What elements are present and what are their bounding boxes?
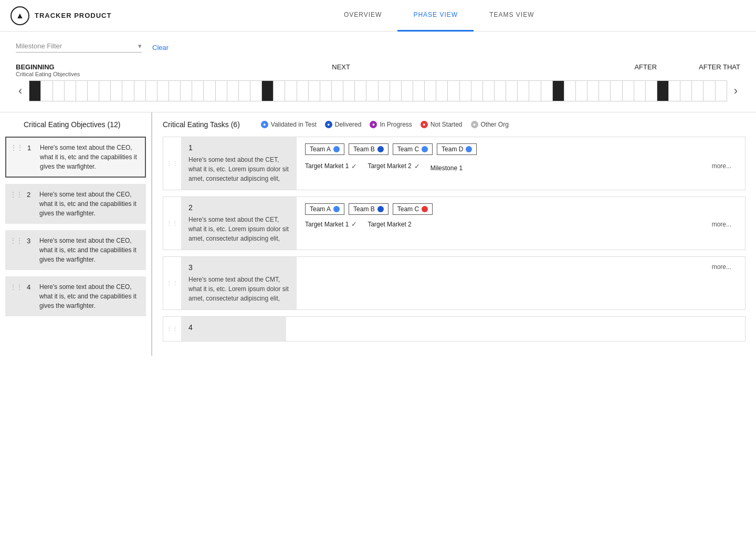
obj-text: Here's some text about the CEO, what it …	[39, 190, 141, 218]
checkmark-icon: ✓	[414, 162, 420, 170]
left-panel: Critical Eating Objectives (12) ⋮⋮ 1 Her…	[0, 112, 152, 356]
clear-filter-button[interactable]: Clear	[152, 44, 169, 51]
legend-dot: ●	[261, 121, 268, 128]
list-item[interactable]: ⋮⋮ 4 Here's some text about the CEO, wha…	[5, 276, 146, 316]
nav-phase-view[interactable]: PHASE VIEW	[397, 0, 474, 32]
timeline-cell	[402, 81, 413, 101]
timeline-cell	[599, 81, 611, 101]
timeline-cell	[262, 81, 274, 101]
table-row: ⋮⋮ 3 Here's some text about the CMT, wha…	[163, 256, 746, 310]
timeline-cell	[65, 81, 76, 101]
obj-number: 2	[27, 190, 34, 199]
timeline-cell	[460, 81, 471, 101]
task-markets-row: more...	[305, 263, 737, 271]
market-item: Target Market 2 ✓	[368, 162, 419, 170]
timeline-cell	[413, 81, 425, 101]
timeline-arrow-left[interactable]: ‹	[16, 84, 25, 98]
team-badge[interactable]: Team A	[305, 203, 344, 215]
task-right: Team A Team B Team C Team D Target Marke…	[297, 137, 745, 190]
timeline-cell	[390, 81, 402, 101]
nav-overview[interactable]: OVERVIEW	[328, 0, 397, 32]
market-label: Target Market 2	[368, 221, 411, 228]
list-item[interactable]: ⋮⋮ 3 Here's some text about the CEO, wha…	[5, 230, 146, 270]
phase-after-that-label: AFTER THAT	[699, 63, 740, 71]
right-panel: Critical Eating Tasks (6) ●Validated in …	[152, 112, 756, 356]
timeline-cell	[122, 81, 134, 101]
timeline-cell	[41, 81, 52, 101]
objectives-list: ⋮⋮ 1 Here's some text about the CEO, wha…	[5, 137, 146, 316]
timeline-cell	[216, 81, 227, 101]
more-link[interactable]: more...	[712, 263, 737, 271]
table-row: ⋮⋮ 4	[163, 316, 746, 342]
timeline-cell	[181, 81, 192, 101]
team-badge[interactable]: Team C	[393, 143, 433, 155]
chevron-down-icon: ▾	[138, 42, 142, 50]
task-number: 2	[188, 203, 289, 212]
task-right-inner: Team A Team B Team C Team D Target Marke…	[305, 143, 737, 172]
timeline-cell	[343, 81, 355, 101]
legend-dot: ●	[471, 121, 478, 128]
timeline-cell	[680, 81, 692, 101]
timeline-cell	[250, 81, 262, 101]
timeline-cell	[53, 81, 65, 101]
timeline-cell	[518, 81, 529, 101]
timeline-cell	[192, 81, 204, 101]
timeline-cell	[76, 81, 88, 101]
list-item[interactable]: ⋮⋮ 1 Here's some text about the CEO, wha…	[5, 137, 146, 178]
timeline-cell	[99, 81, 111, 101]
timeline-cell	[332, 81, 343, 101]
drag-handle-icon: ⋮⋮	[10, 236, 23, 244]
legend-item-not-started: ●Not Started	[421, 121, 463, 128]
drag-icon: ⋮⋮	[166, 280, 178, 287]
drag-icon: ⋮⋮	[166, 160, 178, 167]
market-label: Target Market 1	[305, 162, 349, 170]
timeline-cell	[495, 81, 506, 101]
timeline-cell	[657, 81, 669, 101]
market-label: Target Market 1	[305, 221, 349, 228]
timeline-cell	[692, 81, 704, 101]
timeline-cell	[309, 81, 320, 101]
timeline-cell	[704, 81, 715, 101]
phase-beginning-label: BEGINNING	[16, 63, 80, 71]
legend-label: Validated in Test	[271, 121, 317, 128]
legend-dot: ●	[325, 121, 332, 128]
timeline-cell	[587, 81, 599, 101]
task-number: 4	[188, 323, 279, 332]
timeline-cell	[541, 81, 553, 101]
timeline-cell	[297, 81, 309, 101]
logo: ▲ TRACKER PRODUCT	[10, 6, 111, 25]
team-badge[interactable]: Team C	[393, 203, 433, 215]
milestone-item: Milestone 1	[430, 164, 463, 172]
milestone-filter-label: Milestone Filter	[16, 42, 134, 50]
team-label: Team C	[397, 146, 419, 153]
legend-dot: ●	[421, 121, 428, 128]
team-status-dot	[422, 206, 428, 212]
phase-beginning: BEGINNING Critical Eating Objectives	[16, 63, 80, 77]
team-badge[interactable]: Team B	[349, 203, 388, 215]
milestone-filter-dropdown[interactable]: Milestone Filter ▾	[16, 42, 142, 53]
legend: ●Validated in Test●Delivered●In Progress…	[261, 121, 509, 128]
phase-after-that: AFTER THAT	[699, 63, 740, 71]
task-description: Here's some text about the CET, what it …	[188, 215, 289, 243]
checkmark-icon: ✓	[351, 220, 357, 228]
main-nav: OVERVIEW PHASE VIEW TEAMS VIEW	[132, 0, 746, 32]
team-badge[interactable]: Team D	[437, 143, 477, 155]
timeline-cell	[227, 81, 239, 101]
timeline-cell	[88, 81, 99, 101]
timeline-cell	[239, 81, 250, 101]
timeline-arrow-right[interactable]: ›	[731, 84, 740, 98]
task-markets-row: Target Market 1 ✓ Target Market 2 ✓ Mile…	[305, 160, 737, 172]
drag-handle-icon: ⋮⋮	[10, 143, 23, 151]
timeline-grid	[29, 80, 727, 101]
task-drag-handle: ⋮⋮	[163, 257, 181, 309]
timeline-cell	[483, 81, 495, 101]
nav-teams-view[interactable]: TEAMS VIEW	[474, 0, 550, 32]
list-item[interactable]: ⋮⋮ 2 Here's some text about the CEO, wha…	[5, 184, 146, 224]
team-badge[interactable]: Team B	[349, 143, 388, 155]
task-number: 3	[188, 263, 289, 272]
timeline-cell	[134, 81, 146, 101]
more-link[interactable]: more...	[712, 221, 737, 228]
more-link[interactable]: more...	[712, 162, 737, 170]
team-badge[interactable]: Team A	[305, 143, 344, 155]
timeline-cell	[169, 81, 181, 101]
